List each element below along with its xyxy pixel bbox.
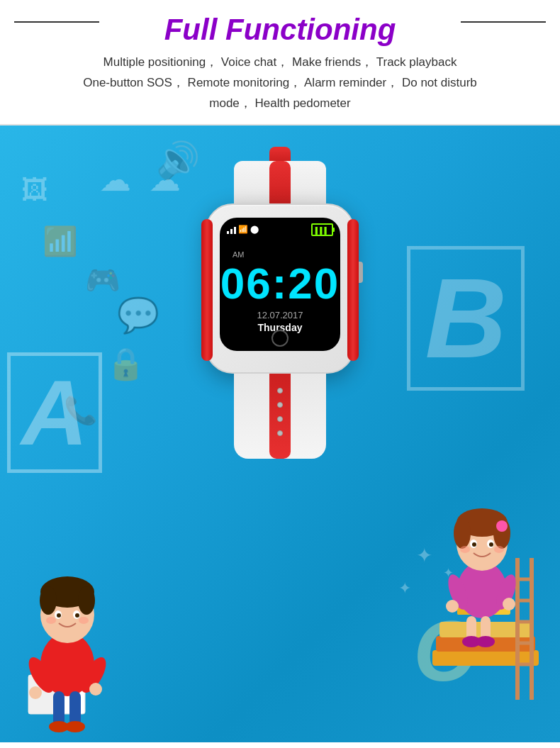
strap-holes <box>277 388 283 436</box>
kid-left-svg <box>14 544 135 742</box>
watch-home-button <box>271 330 289 347</box>
heart-chat-icon: 💬 <box>117 296 159 335</box>
letter-b-decoration: B <box>407 246 525 391</box>
header-section: Full Functioning Multiple positioning， V… <box>0 0 560 125</box>
product-image-section: 🔊 🖼 ☁ ☁ 📶 🎮 💬 🔒 📞 ✦ ✦ ✦ A B C <box>0 125 560 742</box>
battery-icon: ▌▌▌ <box>311 223 333 236</box>
watch-body: 📶 ⬤ ▌▌▌ AM 06:20 12.07.2017 Thursday <box>206 203 354 374</box>
watch-red-right <box>347 219 359 361</box>
page-title: Full Functioning <box>14 13 546 47</box>
watch-screen: 📶 ⬤ ▌▌▌ AM 06:20 12.07.2017 Thursday <box>220 218 340 351</box>
svg-point-21 <box>29 686 42 699</box>
svg-point-49 <box>460 546 470 553</box>
svg-point-9 <box>40 586 57 615</box>
letter-a-decoration: A <box>7 352 102 473</box>
watch-date: 12.07.2017 <box>257 310 303 320</box>
svg-point-15 <box>46 617 56 624</box>
svg-point-16 <box>79 617 89 624</box>
watch-strap-bottom <box>234 374 326 459</box>
wifi-icon: 📶 <box>238 225 248 234</box>
svg-point-42 <box>454 518 471 549</box>
strap-top-red-accent <box>269 161 291 203</box>
strap-hole-4 <box>277 430 283 436</box>
kid-right-svg <box>418 487 546 700</box>
smartwatch: 📶 ⬤ ▌▌▌ AM 06:20 12.07.2017 Thursday <box>188 147 372 515</box>
svg-point-13 <box>57 613 61 618</box>
bar1 <box>227 231 229 234</box>
photo-icon: 🖼 <box>21 175 48 206</box>
strap-hole-1 <box>277 388 283 393</box>
svg-point-44 <box>496 520 508 532</box>
kid-left-character <box>14 544 135 742</box>
watch-red-left <box>201 219 213 361</box>
star2-icon: ✦ <box>398 579 411 598</box>
svg-point-47 <box>472 542 476 547</box>
cloud-download-icon: ☁ <box>149 161 181 199</box>
svg-point-10 <box>78 586 95 615</box>
strap-hole-3 <box>277 416 283 422</box>
wifi-bg-icon: 📶 <box>43 225 78 258</box>
bar2 <box>230 229 233 234</box>
signal-bars <box>227 225 236 234</box>
svg-point-55 <box>446 600 459 613</box>
lock-icon: 🔒 <box>106 345 145 382</box>
svg-point-50 <box>494 546 504 553</box>
svg-point-20 <box>65 721 85 732</box>
svg-point-56 <box>503 598 515 610</box>
kid-right-character <box>418 487 546 700</box>
features-line1: Multiple positioning， Voice chat， Make f… <box>14 52 546 114</box>
am-indicator: AM <box>233 250 245 259</box>
svg-point-14 <box>75 613 79 618</box>
watch-status-bar: 📶 ⬤ ▌▌▌ <box>227 223 333 236</box>
signal-group: 📶 ⬤ <box>227 225 259 234</box>
watch-crown <box>269 147 291 161</box>
watch-time: 06:20 <box>220 262 340 306</box>
gamepad-icon: 🎮 <box>85 264 121 297</box>
svg-point-48 <box>489 542 493 547</box>
svg-point-22 <box>89 683 102 696</box>
watch-strap-top <box>234 161 326 203</box>
strap-hole-2 <box>277 402 283 408</box>
gps-icon: ⬤ <box>250 225 259 234</box>
cloud-upload-icon: ☁ <box>99 161 131 199</box>
svg-point-54 <box>476 636 495 647</box>
bar3 <box>234 227 236 234</box>
